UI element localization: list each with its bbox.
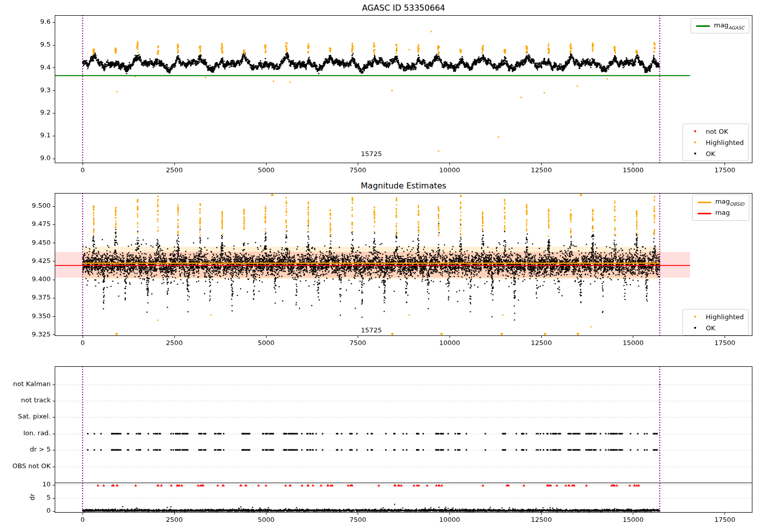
- plot1-y-ticklabel: 9.6: [26, 18, 51, 25]
- legend-item-ok-2: OK: [688, 323, 744, 332]
- agasc-magnitude-figure: AGASC ID 53350664 Magnitude Estimates 15…: [0, 0, 760, 532]
- plot2-x-tickmark: [266, 336, 267, 338]
- plot2-y-ticklabel: 9.450: [26, 239, 51, 246]
- plot2-data-canvas: [55, 193, 752, 336]
- plot3-category-tickmark: [53, 401, 55, 401]
- plot3-dr-tickmark: [53, 485, 55, 485]
- plot3-x-tickmark: [541, 513, 542, 515]
- plot3-category-label: OBS not OK: [0, 462, 51, 470]
- plot2-y-tickmark: [53, 261, 55, 261]
- mag-agasc-line-swatch: [696, 25, 711, 27]
- plot1-x-tickmark: [449, 163, 450, 165]
- legend-label-mag-obsid: magOBSID: [715, 198, 744, 207]
- plot3-dr-ticklabel: 10: [26, 480, 51, 488]
- legend-label-highlighted-2: Highlighted: [706, 313, 744, 321]
- plot3-x-tickmark: [633, 513, 633, 515]
- legend-item-not-ok: not OK: [688, 127, 744, 136]
- highlighted-dot-swatch-2: [688, 316, 703, 318]
- plot3-dr-tickmark: [53, 498, 55, 499]
- plot1-y-tickmark: [53, 159, 55, 159]
- plot1-x-ticklabel: 10000: [434, 166, 465, 174]
- highlighted-dot-swatch: [688, 141, 703, 143]
- plot3-dr-ticklabel: 5: [26, 493, 51, 501]
- plot1-x-ticklabel: 12500: [526, 166, 556, 174]
- plot2-x-ticklabel: 7500: [343, 339, 373, 347]
- not-ok-dot-swatch: [688, 130, 703, 132]
- plot1-y-tickmark: [53, 136, 55, 136]
- plot2-y-ticklabel: 9.475: [26, 220, 51, 227]
- plot2-y-tickmark: [53, 316, 55, 317]
- plot1-y-tickmark: [53, 67, 55, 68]
- plot2-y-tickmark: [53, 298, 55, 298]
- legend-label-ok-2: OK: [706, 324, 715, 332]
- plot2-y-tickmark: [53, 334, 55, 335]
- legend-item-mag-obsid: magOBSID: [697, 198, 744, 207]
- plot2-x-tickmark: [174, 336, 175, 338]
- plot2-y-ticklabel: 9.425: [26, 257, 51, 264]
- plot1-x-tickmark: [83, 163, 83, 165]
- plot3-category-label: Sat. pixel.: [0, 412, 51, 420]
- legend-item-ok: OK: [688, 149, 744, 158]
- legend-label-highlighted: Highlighted: [706, 139, 744, 146]
- plot1-y-tickmark: [53, 22, 55, 23]
- plot3-x-tickmark: [83, 513, 83, 515]
- plot1-x-tickmark: [541, 163, 542, 165]
- legend-item-mag: mag: [697, 209, 744, 218]
- plot3-x-ticklabel: 10000: [434, 516, 465, 523]
- plot2-x-ticklabel: 15000: [618, 339, 649, 347]
- legend-item-highlighted: Highlighted: [688, 138, 744, 147]
- plot2-x-ticklabel: 10000: [434, 339, 465, 347]
- plot1-y-ticklabel: 9.1: [26, 131, 51, 139]
- plot3-x-ticklabel: 17500: [710, 516, 740, 523]
- plot2-x-tickmark: [358, 336, 358, 338]
- plot2-y-tickmark: [53, 280, 55, 280]
- plot1-x-tickmark: [174, 163, 175, 165]
- mag-line-swatch: [697, 213, 712, 214]
- plot1-y-ticklabel: 9.4: [26, 63, 51, 71]
- plot3-x-ticklabel: 15000: [618, 516, 649, 523]
- plot2-x-ticklabel: 17500: [710, 339, 740, 347]
- plot2-x-ticklabel: 12500: [526, 339, 556, 347]
- plot2-title: Magnitude Estimates: [55, 181, 752, 191]
- plot2-x-tickmark: [725, 336, 725, 338]
- plot2-y-ticklabel: 9.375: [26, 293, 51, 301]
- plot2-x-ticklabel: 5000: [251, 339, 281, 347]
- plot1-data-canvas: [55, 15, 752, 163]
- plot3-category-tickmark: [53, 385, 55, 385]
- plot1-x-ticklabel: 5000: [251, 166, 281, 174]
- plot3-x-ticklabel: 7500: [343, 516, 373, 523]
- plot3-category-label: dr > 5: [0, 445, 51, 453]
- plot1-annotation: 15725: [356, 150, 387, 158]
- plot1-x-tickmark: [266, 163, 267, 165]
- plot1-x-ticklabel: 7500: [343, 166, 373, 174]
- mag-obsid-line-swatch: [697, 202, 712, 203]
- plot1-x-tickmark: [725, 163, 725, 165]
- plot2-x-tickmark: [83, 336, 83, 338]
- plot1-y-tickmark: [53, 113, 55, 113]
- legend-item-mag-agasc: magAGASC: [696, 21, 744, 30]
- plot2-y-tickmark: [53, 243, 55, 243]
- plot3-data-canvas: [55, 366, 752, 513]
- plot3-category-label: not track: [0, 396, 51, 404]
- plot1-x-tickmark: [358, 163, 358, 165]
- plot1-x-ticklabel: 17500: [710, 166, 740, 174]
- plot1-y-ticklabel: 9.5: [26, 41, 51, 48]
- plot3-category-tickmark: [53, 467, 55, 467]
- plot2-x-ticklabel: 2500: [159, 339, 189, 347]
- plot2-y-ticklabel: 9.500: [26, 202, 51, 209]
- plot1-marker-legend: not OK Highlighted OK: [682, 124, 749, 161]
- plot1-line-legend: magAGASC: [691, 18, 749, 33]
- plot2-line-legend: magOBSID mag: [692, 195, 749, 221]
- plot1-y-ticklabel: 9.2: [26, 108, 51, 116]
- plot1-y-ticklabel: 9.0: [26, 154, 51, 162]
- plot3-x-ticklabel: 5000: [251, 516, 281, 523]
- plot3-x-tickmark: [725, 513, 725, 515]
- plot1-x-tickmark: [633, 163, 633, 165]
- legend-label-mag: mag: [715, 209, 730, 218]
- legend-label-not-ok: not OK: [706, 128, 728, 135]
- legend-label-ok: OK: [706, 150, 715, 158]
- plot1-y-tickmark: [53, 90, 55, 91]
- plot3-x-tickmark: [449, 513, 450, 515]
- plot3-category-tickmark: [53, 434, 55, 434]
- plot2-y-ticklabel: 9.325: [26, 330, 51, 338]
